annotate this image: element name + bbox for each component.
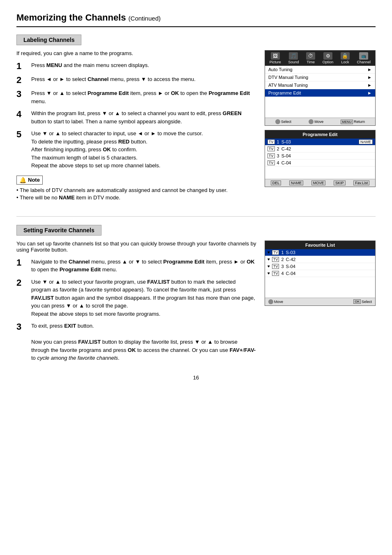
step-body: Use ▼ or ▲ to select character to input,…	[31, 130, 256, 170]
note-item-2: There will be no NAME item in DTV mode.	[16, 194, 256, 201]
skip-btn: SKIP	[334, 180, 346, 185]
menu-item-auto-tuning: Auto Tuning►	[265, 66, 375, 74]
fav-row-3: ♥ TV 3 S-04	[265, 263, 375, 270]
labeling-step-4: 4 Within the program list, press ▼ or ▲ …	[16, 109, 256, 125]
menu-tab-bar: 🖼 Picture 🎵 Sound ⏱ Time ⚙ Option	[265, 51, 375, 66]
labeling-section: Labeling Channels If required, you can g…	[16, 35, 376, 208]
labeling-text: If required, you can give a name to the …	[16, 50, 256, 208]
labeling-section-header: Labeling Channels	[16, 35, 81, 45]
del-btn: DEL	[271, 180, 281, 185]
move-btn-icon	[309, 119, 314, 124]
prog-row-4: TV 4 C-04	[265, 160, 375, 166]
step-body: Press ◄ or ► to select Channel menu, pre…	[31, 75, 256, 83]
fav-select: OK Select	[353, 299, 372, 304]
menu-tab-sound: 🎵 Sound	[288, 52, 299, 64]
step-body: Press ▼ or ▲ to select Programme Edit it…	[31, 89, 256, 105]
tv-badge: TV	[267, 146, 275, 151]
fav-move: Move	[268, 299, 283, 304]
tv-badge: TV	[267, 153, 275, 158]
step-body: Use ▼ or ▲ to select your favorite progr…	[31, 278, 256, 318]
page-number: 16	[16, 375, 376, 381]
return-btn-icon: MENU	[341, 120, 353, 124]
favorite-step-1: 1 Navigate to the Channel menu, press ▲ …	[16, 258, 256, 274]
favlist-btn: Fav.List	[353, 180, 369, 185]
bottom-move: Move	[309, 119, 323, 124]
prog-row-3: TV 3 S-04	[265, 153, 375, 160]
fav-list-bottom: Move OK Select	[265, 298, 375, 305]
step-num: 5	[16, 130, 25, 139]
option-icon: ⚙	[323, 52, 332, 60]
step-num: 1	[16, 258, 25, 268]
fav-spacer	[265, 277, 375, 298]
fav-heart-1: ♥	[267, 250, 270, 254]
step-num: 3	[16, 89, 25, 99]
tv-badge: TV	[267, 160, 275, 165]
move-btn: MOVE	[311, 180, 326, 185]
tv-badge: TV	[272, 264, 279, 269]
menu-bottom-bar: Select Move MENU Return	[265, 118, 375, 125]
step-num: 4	[16, 109, 25, 119]
channel-menu-mockup: 🖼 Picture 🎵 Sound ⏱ Time ⚙ Option	[265, 50, 376, 126]
note-box: 🔔 Note	[16, 176, 43, 185]
bottom-return: MENU Return	[341, 119, 365, 124]
prog-edit-mockup: Programme Edit TV 1 S-03 NAME TV 2 C-42 …	[265, 130, 376, 187]
page-title: Memorizing the Channels (Continued)	[16, 12, 376, 27]
labeling-step-2: 2 Press ◄ or ► to select Channel menu, p…	[16, 75, 256, 85]
fav-heart-4: ♥	[267, 271, 270, 275]
fav-list-title: Favourite List	[265, 241, 375, 249]
fav-row-2: ♥ TV 2 C-42	[265, 256, 375, 263]
menu-tab-channel: 📺 Channel	[357, 52, 371, 64]
step-num: 3	[16, 322, 25, 332]
bottom-select: Select	[275, 119, 291, 124]
sound-icon: 🎵	[289, 52, 298, 60]
menu-tab-time: ⏱ Time	[306, 52, 315, 64]
note-icon: 🔔	[19, 177, 26, 183]
lock-icon: 🔒	[341, 52, 350, 60]
prog-edit-bottom: DEL NAME MOVE SKIP Fav.List	[265, 179, 375, 187]
step-body: Navigate to the Channel menu, press ▲ or…	[31, 258, 256, 274]
favorite-section-header: Setting Favorite Channels	[16, 225, 101, 236]
note-item-1: The labels of DTV channels are automatic…	[16, 187, 256, 193]
step-body: To exit, press EXIT button. Now you can …	[31, 322, 256, 362]
menu-item-atv: ATV Manual Tuning►	[265, 81, 375, 89]
title-text: Memorizing the Channels	[16, 12, 126, 23]
labeling-step-1: 1 Press MENU and the main menu screen di…	[16, 61, 256, 71]
step-num: 2	[16, 75, 25, 85]
fav-heart-2: ♥	[267, 257, 270, 261]
select-btn-icon: OK	[353, 299, 361, 304]
tv-badge: TV	[272, 250, 279, 255]
fav-list-mockup: Favourite List ♥ TV 1 S-03 ♥ TV 2 C-42 ♥…	[265, 240, 376, 306]
name-btn: NAME	[289, 180, 303, 185]
labeling-step-5: 5 Use ▼ or ▲ to select character to inpu…	[16, 130, 256, 170]
note-section: 🔔 Note The labels of DTV channels are au…	[16, 176, 256, 201]
labeling-steps: 1 Press MENU and the main menu screen di…	[16, 61, 256, 170]
menu-item-dtv: DTV Manual Tuning►	[265, 74, 375, 81]
labeling-content: If required, you can give a name to the …	[16, 50, 376, 208]
favorite-intro: You can set up favorite channels list so…	[16, 240, 256, 253]
name-badge: NAME	[359, 139, 373, 144]
channel-icon: 📺	[359, 52, 368, 60]
menu-item-prog-edit: Programme Edit►	[265, 89, 375, 97]
favourite-ui: Favourite List ♥ TV 1 S-03 ♥ TV 2 C-42 ♥…	[265, 240, 376, 366]
fav-heart-3: ♥	[267, 264, 270, 268]
menu-tab-picture: 🖼 Picture	[270, 52, 281, 64]
time-icon: ⏱	[306, 52, 315, 60]
favorite-steps: 1 Navigate to the Channel menu, press ▲ …	[16, 258, 256, 362]
select-btn-icon	[275, 119, 280, 124]
note-label: Note	[28, 177, 40, 183]
picture-icon: 🖼	[271, 52, 280, 60]
tv-badge: TV	[272, 271, 279, 276]
labeling-step-3: 3 Press ▼ or ▲ to select Programme Edit …	[16, 89, 256, 105]
prog-edit-spacer	[265, 166, 375, 179]
favorite-content: You can set up favorite channels list so…	[16, 240, 376, 366]
step-num: 2	[16, 278, 25, 288]
step-body: Press MENU and the main menu screen disp…	[31, 61, 256, 69]
note-items: The labels of DTV channels are automatic…	[16, 187, 256, 201]
prog-row-1: TV 1 S-03 NAME	[265, 139, 375, 146]
step-body: Within the program list, press ▼ or ▲ to…	[31, 109, 256, 125]
prog-edit-title: Programme Edit	[265, 130, 375, 139]
fav-row-1: ♥ TV 1 S-03	[265, 249, 375, 256]
favorite-step-3: 3 To exit, press EXIT button. Now you ca…	[16, 322, 256, 362]
favorite-section: Setting Favorite Channels You can set up…	[16, 225, 376, 366]
continued-text: (Continued)	[129, 15, 161, 22]
